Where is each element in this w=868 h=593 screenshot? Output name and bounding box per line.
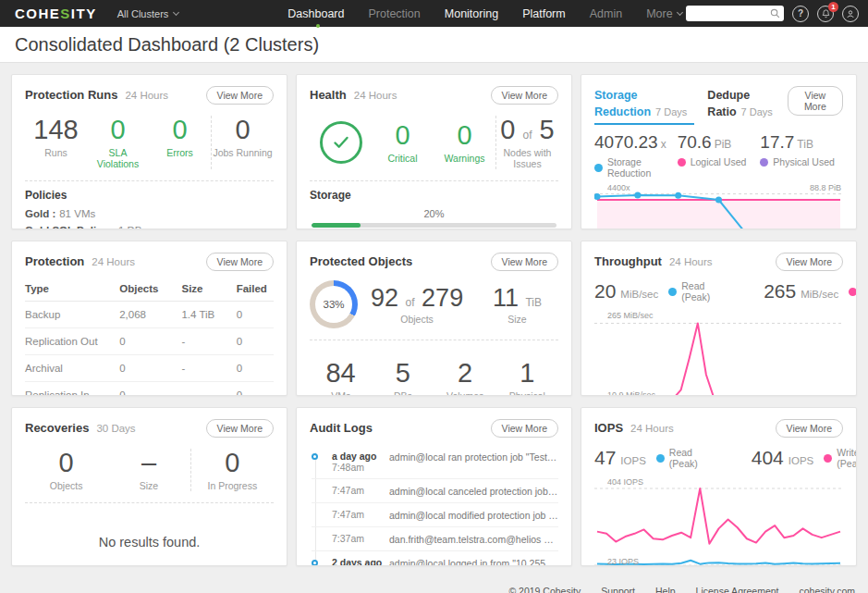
chevron-down-icon <box>173 8 179 15</box>
footer-link-cohesity[interactable]: cohesity.com <box>800 586 856 593</box>
nav-item-protection[interactable]: Protection <box>368 7 420 20</box>
series-dot-blue <box>594 164 603 172</box>
storage-reduction-card: Storage Reduction7 Days Dedupe Ratio7 Da… <box>581 74 857 229</box>
stat-warnings: 0Warnings <box>434 121 495 164</box>
view-more-button[interactable]: View More <box>788 86 843 116</box>
nav-label: Dashboard <box>287 7 344 20</box>
policy-line: Gold :81 VMs <box>25 208 274 219</box>
stat-volumes: 2Volumes <box>434 359 496 396</box>
health-status <box>310 121 372 164</box>
user-account-icon[interactable] <box>842 6 859 22</box>
nav-item-dashboard[interactable]: Dashboard <box>287 7 344 20</box>
view-more-button[interactable]: View More <box>206 419 274 438</box>
axis-label: 23 IOPS <box>607 557 639 566</box>
nav-label: Platform <box>522 7 566 20</box>
nav-label: More <box>646 7 672 20</box>
tab-storage-reduction[interactable]: Storage Reduction7 Days <box>594 86 694 125</box>
view-more-button[interactable]: View More <box>491 86 558 105</box>
donut-percent-label: 33% <box>323 299 344 310</box>
view-more-button[interactable]: View More <box>491 253 558 271</box>
logo-text: COHE <box>15 6 60 21</box>
card-period: 24 Hours <box>669 256 713 267</box>
throughput-card: Throughput24 Hours View More 20MiB/sec R… <box>581 241 857 396</box>
stat-jobs-running: 0Jobs Running <box>211 116 274 169</box>
chevron-down-icon <box>677 8 683 15</box>
stat-physical-server: 1Physical Server <box>496 359 558 396</box>
stat-nodes-with-issues: 0 of 5 Nodes with Issues <box>495 116 558 169</box>
copyright-text: © 2019 Cohesity <box>508 586 581 593</box>
table-row: Backup2,0681.4 TiB0 <box>25 302 274 328</box>
iops-chart: 404 IOPS 23 IOPS <box>594 476 843 566</box>
timeline-dot-icon <box>312 453 318 460</box>
view-more-button[interactable]: View More <box>776 419 843 438</box>
audit-log-entry: 2 days ago1:09pm admin@local logged in f… <box>312 550 558 566</box>
policies-title: Policies <box>25 189 274 202</box>
card-period: 24 Hours <box>354 90 397 101</box>
view-more-button[interactable]: View More <box>491 419 558 438</box>
footer-link-license[interactable]: License Agreement <box>696 586 779 593</box>
axis-label: 265 MiB/sec <box>607 311 654 320</box>
storage-usage-fill <box>312 223 361 228</box>
cohesity-logo[interactable]: COHESITY <box>15 6 97 21</box>
series-dot-blue <box>656 454 665 463</box>
nav-label: Protection <box>368 7 420 20</box>
stat-write-peak: 265MiB/sec Write (Peak) <box>764 280 857 303</box>
storage-usage: 20% 17.7 of 87.2 TiB <box>310 208 558 229</box>
protection-card: Protection24 Hours View More Type Object… <box>11 241 287 396</box>
cluster-selector-label: All Clusters <box>117 8 169 19</box>
divider <box>310 340 558 340</box>
protection-table: Type Objects Size Failed Backup2,0681.4 … <box>25 278 274 396</box>
footer-link-help[interactable]: Help <box>655 586 676 593</box>
stat-dbs: 5DBs <box>372 359 434 396</box>
nav-item-more[interactable]: More <box>646 7 681 20</box>
active-indicator-dot <box>316 24 320 28</box>
policy-line: Gold SQL Policy :1 DB <box>25 225 274 229</box>
nav-item-platform[interactable]: Platform <box>522 7 566 20</box>
health-ok-check-icon <box>320 121 362 164</box>
search-input[interactable] <box>686 6 765 20</box>
series-dot-pink <box>678 158 686 167</box>
storage-percent: 20% <box>312 208 556 219</box>
view-more-button[interactable]: View More <box>206 86 274 105</box>
table-row: Replication Out0-0 <box>25 328 274 355</box>
table-row: Archival0-0 <box>25 355 274 382</box>
footer-link-support[interactable]: Support <box>601 586 635 593</box>
card-period: 24 Hours <box>92 256 135 267</box>
stat-physical-used: 17.7TiB Physical Used <box>760 132 843 179</box>
tab-period: 7 Days <box>741 106 773 117</box>
nav-item-admin[interactable]: Admin <box>590 7 622 20</box>
protected-objects-card: Protected Objects View More 33% 92 of 27… <box>296 241 572 396</box>
health-card: Health24 Hours View More 0Critical 0Warn… <box>296 74 572 229</box>
stat-read-peak: 47IOPS Read (Peak) <box>594 447 698 469</box>
series-dot-pink <box>824 454 832 463</box>
storage-usage-bar <box>312 223 556 228</box>
page-title: Consolidated Dashboard (2 Clusters) <box>15 34 319 56</box>
nav-item-monitoring[interactable]: Monitoring <box>445 7 498 20</box>
logo-text: ITY <box>71 6 97 21</box>
axis-label: 10.9 MiB/sec <box>607 390 655 396</box>
audit-logs-card: Audit Logs View More a day ago7:48am adm… <box>296 407 572 566</box>
tab-label: Storage Reduction <box>594 89 651 118</box>
divider <box>25 502 274 503</box>
recoveries-card: Recoveries30 Days View More 0Objects –Si… <box>11 407 287 566</box>
tab-dedupe-ratio[interactable]: Dedupe Ratio7 Days <box>707 86 787 125</box>
page-footer: © 2019 Cohesity Support Help License Agr… <box>0 577 868 593</box>
card-title: Protected Objects <box>310 254 412 268</box>
person-icon <box>845 8 856 19</box>
stat-runs: 148Runs <box>25 116 87 169</box>
stat-size: 11 TiB Size <box>493 284 558 325</box>
storage-reduction-chart: 4400x 88.8 PiB 4000x 0 Bytes <box>594 182 843 229</box>
column-header: Objects <box>119 278 181 302</box>
view-more-button[interactable]: View More <box>776 253 843 271</box>
view-more-button[interactable]: View More <box>206 253 274 271</box>
stat-read-peak: 20MiB/sec Read (Peak) <box>594 280 710 303</box>
cluster-selector[interactable]: All Clusters <box>117 8 179 19</box>
stat-objects: 92 of 279 Objects <box>371 284 463 325</box>
table-row: Replication In0-0 <box>25 382 274 397</box>
card-title: IOPS <box>594 421 623 435</box>
stat-write-peak: 404IOPS Write (Peak) <box>752 447 857 469</box>
notifications-bell-icon[interactable]: 1 <box>817 6 834 22</box>
help-icon[interactable]: ? <box>792 6 809 22</box>
nav-label: Admin <box>590 7 622 20</box>
card-period: 24 Hours <box>630 423 674 434</box>
